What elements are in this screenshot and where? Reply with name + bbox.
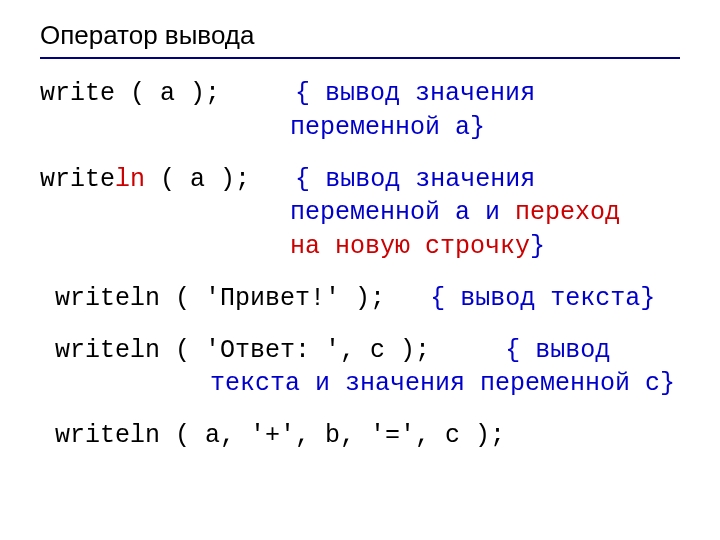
comment-close: }	[530, 232, 545, 261]
code-line-5: writeln ( a, '+', b, '=', c );	[40, 419, 680, 453]
comment-text: текста и значения переменной c	[210, 369, 660, 398]
code-text: ( a );	[145, 165, 250, 194]
comment-text: вывод текста	[460, 284, 640, 313]
comment-close: }	[660, 369, 675, 398]
comment-text: вывод значения	[325, 165, 535, 194]
slide-title: Оператор вывода	[40, 20, 680, 51]
comment-text: вывод	[535, 336, 610, 365]
code-text: write	[40, 165, 115, 194]
code-line-2: writeln ( a ); { вывод значения переменн…	[40, 163, 680, 264]
comment-text: вывод значения	[325, 79, 535, 108]
comment-open: {	[295, 165, 325, 194]
comment-open: {	[505, 336, 535, 365]
code-line-4: writeln ( 'Ответ: ', c ); { вывод текста…	[40, 334, 680, 402]
comment-red: на новую строчку	[290, 232, 530, 261]
code-red: ln	[115, 165, 145, 194]
code-line-1: write ( a ); { вывод значения переменной…	[40, 77, 680, 145]
code-line-3: writeln ( 'Привет!' ); { вывод текста}	[40, 282, 680, 316]
comment-open: {	[295, 79, 325, 108]
comment-open: {	[430, 284, 460, 313]
comment-close: }	[470, 113, 485, 142]
comment-close: }	[640, 284, 655, 313]
code-text: writeln ( 'Привет!' );	[55, 284, 385, 313]
code-text: write ( a );	[40, 79, 220, 108]
code-text: writeln ( 'Ответ: ', c );	[55, 336, 430, 365]
comment-text: переменной a	[290, 113, 470, 142]
comment-red: переход	[515, 198, 620, 227]
title-underline	[40, 57, 680, 59]
code-text: writeln ( a, '+', b, '=', c );	[55, 421, 505, 450]
comment-text: переменной a и	[290, 198, 515, 227]
